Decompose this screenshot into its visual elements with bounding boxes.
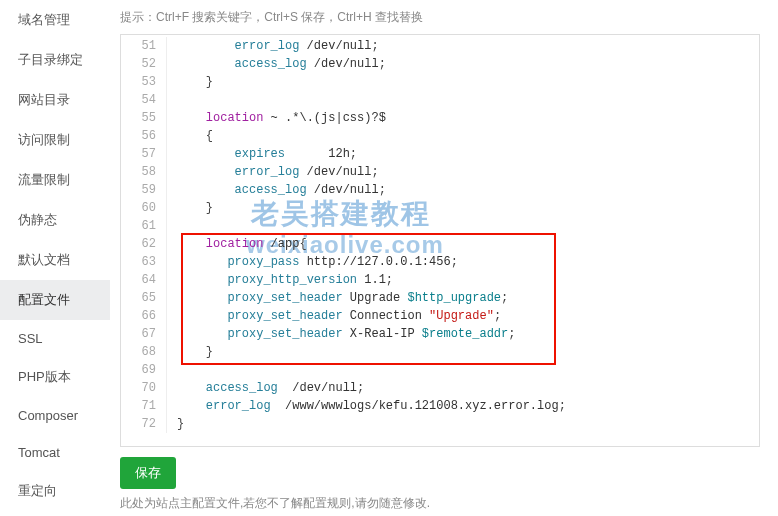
config-editor[interactable]: 51 error_log /dev/null;52 access_log /de… xyxy=(120,34,760,447)
code-content[interactable]: location ~ .*\.(js|css)?$ xyxy=(177,109,386,127)
sidebar-item[interactable]: Composer xyxy=(0,397,110,434)
code-line[interactable]: 62 location /app{ xyxy=(121,235,759,253)
code-content[interactable]: access_log /dev/null; xyxy=(177,379,364,397)
code-content[interactable]: } xyxy=(177,73,213,91)
code-content[interactable]: expires 12h; xyxy=(177,145,357,163)
code-line[interactable]: 65 proxy_set_header Upgrade $http_upgrad… xyxy=(121,289,759,307)
code-content[interactable]: proxy_http_version 1.1; xyxy=(177,271,393,289)
code-line[interactable]: 68 } xyxy=(121,343,759,361)
code-line[interactable]: 71 error_log /www/wwwlogs/kefu.121008.xy… xyxy=(121,397,759,415)
line-number: 62 xyxy=(121,235,167,253)
sidebar-item[interactable]: 重定向 xyxy=(0,471,110,511)
sidebar-item[interactable]: 网站目录 xyxy=(0,80,110,120)
code-line[interactable]: 61 xyxy=(121,217,759,235)
line-number: 51 xyxy=(121,37,167,55)
main-panel: 提示：Ctrl+F 搜索关键字，Ctrl+S 保存，Ctrl+H 查找替换 51… xyxy=(110,0,778,516)
line-number: 64 xyxy=(121,271,167,289)
code-line[interactable]: 57 expires 12h; xyxy=(121,145,759,163)
code-content[interactable]: } xyxy=(177,415,184,433)
code-content[interactable]: error_log /dev/null; xyxy=(177,37,379,55)
code-line[interactable]: 51 error_log /dev/null; xyxy=(121,37,759,55)
line-number: 68 xyxy=(121,343,167,361)
code-content[interactable]: } xyxy=(177,343,213,361)
line-number: 55 xyxy=(121,109,167,127)
code-line[interactable]: 70 access_log /dev/null; xyxy=(121,379,759,397)
code-content[interactable]: access_log /dev/null; xyxy=(177,55,386,73)
code-content[interactable]: proxy_set_header Connection "Upgrade"; xyxy=(177,307,501,325)
editor-hint: 提示：Ctrl+F 搜索关键字，Ctrl+S 保存，Ctrl+H 查找替换 xyxy=(120,0,760,34)
code-content[interactable]: proxy_pass http://127.0.0.1:456; xyxy=(177,253,458,271)
sidebar-item[interactable]: 域名管理 xyxy=(0,0,110,40)
sidebar-item[interactable]: 子目录绑定 xyxy=(0,40,110,80)
line-number: 52 xyxy=(121,55,167,73)
line-number: 59 xyxy=(121,181,167,199)
line-number: 61 xyxy=(121,217,167,235)
line-number: 53 xyxy=(121,73,167,91)
code-line[interactable]: 69 xyxy=(121,361,759,379)
line-number: 54 xyxy=(121,91,167,109)
code-line[interactable]: 60 } xyxy=(121,199,759,217)
code-content[interactable]: { xyxy=(177,127,213,145)
line-number: 72 xyxy=(121,415,167,433)
line-number: 70 xyxy=(121,379,167,397)
code-content[interactable]: proxy_set_header Upgrade $http_upgrade; xyxy=(177,289,508,307)
line-number: 69 xyxy=(121,361,167,379)
footer-note: 此处为站点主配置文件,若您不了解配置规则,请勿随意修改. xyxy=(120,495,760,516)
code-content[interactable]: location /app{ xyxy=(177,235,307,253)
line-number: 71 xyxy=(121,397,167,415)
code-line[interactable]: 66 proxy_set_header Connection "Upgrade"… xyxy=(121,307,759,325)
code-line[interactable]: 63 proxy_pass http://127.0.0.1:456; xyxy=(121,253,759,271)
code-line[interactable]: 54 xyxy=(121,91,759,109)
code-content[interactable]: } xyxy=(177,199,213,217)
sidebar-item[interactable]: 配置文件 xyxy=(0,280,110,320)
line-number: 67 xyxy=(121,325,167,343)
code-line[interactable]: 55 location ~ .*\.(js|css)?$ xyxy=(121,109,759,127)
line-number: 57 xyxy=(121,145,167,163)
line-number: 60 xyxy=(121,199,167,217)
line-number: 58 xyxy=(121,163,167,181)
save-button[interactable]: 保存 xyxy=(120,457,176,489)
code-content[interactable]: access_log /dev/null; xyxy=(177,181,386,199)
code-line[interactable]: 58 error_log /dev/null; xyxy=(121,163,759,181)
code-content[interactable]: error_log /www/wwwlogs/kefu.121008.xyz.e… xyxy=(177,397,566,415)
sidebar-item[interactable]: SSL xyxy=(0,320,110,357)
code-line[interactable]: 56 { xyxy=(121,127,759,145)
code-line[interactable]: 53 } xyxy=(121,73,759,91)
sidebar-item[interactable]: 伪静态 xyxy=(0,200,110,240)
code-content[interactable]: error_log /dev/null; xyxy=(177,163,379,181)
sidebar-item[interactable]: Tomcat xyxy=(0,434,110,471)
sidebar-item[interactable]: 默认文档 xyxy=(0,240,110,280)
sidebar: 域名管理子目录绑定网站目录访问限制流量限制伪静态默认文档配置文件SSLPHP版本… xyxy=(0,0,110,516)
code-line[interactable]: 67 proxy_set_header X-Real-IP $remote_ad… xyxy=(121,325,759,343)
code-line[interactable]: 64 proxy_http_version 1.1; xyxy=(121,271,759,289)
line-number: 65 xyxy=(121,289,167,307)
line-number: 56 xyxy=(121,127,167,145)
code-line[interactable]: 52 access_log /dev/null; xyxy=(121,55,759,73)
code-line[interactable]: 72} xyxy=(121,415,759,433)
code-line[interactable]: 59 access_log /dev/null; xyxy=(121,181,759,199)
code-content[interactable]: proxy_set_header X-Real-IP $remote_addr; xyxy=(177,325,515,343)
line-number: 63 xyxy=(121,253,167,271)
sidebar-item[interactable]: 流量限制 xyxy=(0,160,110,200)
sidebar-item[interactable]: PHP版本 xyxy=(0,357,110,397)
sidebar-item[interactable]: 访问限制 xyxy=(0,120,110,160)
line-number: 66 xyxy=(121,307,167,325)
